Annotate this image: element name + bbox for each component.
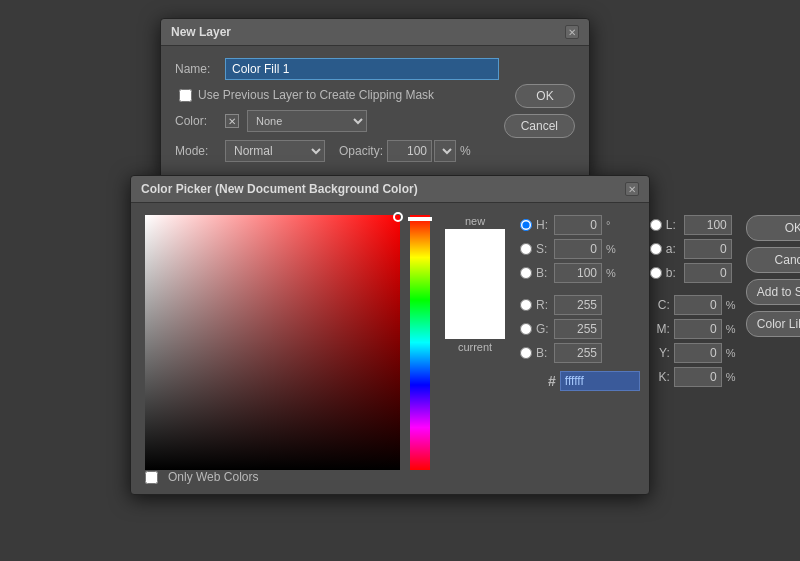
hue-label: H: [536,218,550,232]
color-label: Color: [175,114,225,128]
cyan-label: C: [650,298,670,312]
web-colors-row: Only Web Colors [131,470,649,494]
color-picker-dialog: Color Picker (New Document Background Co… [130,175,650,495]
new-layer-close-button[interactable]: ✕ [565,25,579,39]
gradient-dark [145,215,400,470]
clipping-mask-checkbox[interactable] [179,89,192,102]
color-select[interactable]: None [247,110,367,132]
hue-strip[interactable] [410,215,430,470]
yellow-row: Y: % [650,343,736,363]
clipping-mask-row: Use Previous Layer to Create Clipping Ma… [175,88,499,102]
l-row: L: [650,215,736,235]
red-label: R: [536,298,550,312]
opacity-input[interactable] [387,140,432,162]
name-row: Name: [175,58,499,80]
green-radio[interactable] [520,323,532,335]
brightness-row: B: % [520,263,640,283]
green-input[interactable] [554,319,602,339]
cyan-unit: % [726,299,736,311]
magenta-input[interactable] [674,319,722,339]
red-radio[interactable] [520,299,532,311]
new-layer-titlebar: New Layer ✕ [161,19,589,46]
new-layer-dialog: New Layer ✕ Name: Use Previous Layer to … [160,18,590,179]
magenta-label: M: [650,322,670,336]
b2-input[interactable] [684,263,732,283]
percent-label: % [460,144,471,158]
red-input[interactable] [554,295,602,315]
color-picker-buttons: OK Cancel Add to Swatches Color Librarie… [746,215,800,470]
opacity-label: Opacity: [339,144,383,158]
saturation-label: S: [536,242,550,256]
yellow-input[interactable] [674,343,722,363]
hex-input[interactable] [560,371,640,391]
red-row: R: [520,295,640,315]
a-label: a: [666,242,680,256]
b2-radio[interactable] [650,267,662,279]
l-label: L: [666,218,680,232]
l-radio[interactable] [650,219,662,231]
cyan-row: C: % [650,295,736,315]
name-label: Name: [175,62,225,76]
blue-radio[interactable] [520,347,532,359]
color-picker-ok-button[interactable]: OK [746,215,800,241]
brightness-radio[interactable] [520,267,532,279]
color-picker-title: Color Picker (New Document Background Co… [141,182,418,196]
color-fields: H: ° S: % B: % R: [520,215,640,470]
black-input[interactable] [674,367,722,387]
web-colors-label: Only Web Colors [168,470,258,484]
new-color-swatch [445,229,505,284]
new-layer-ok-button[interactable]: OK [515,84,575,108]
new-layer-body: Name: Use Previous Layer to Create Clipp… [161,46,589,178]
a-radio[interactable] [650,243,662,255]
clipping-mask-label: Use Previous Layer to Create Clipping Ma… [198,88,434,102]
magenta-unit: % [726,323,736,335]
a-row: a: [650,239,736,259]
web-colors-checkbox[interactable] [145,471,158,484]
b2-row: b: [650,263,736,283]
green-row: G: [520,319,640,339]
yellow-label: Y: [650,346,670,360]
color-gradient-picker[interactable] [145,215,400,470]
hue-unit: ° [606,219,616,231]
a-input[interactable] [684,239,732,259]
cyan-input[interactable] [674,295,722,315]
new-layer-cancel-button[interactable]: Cancel [504,114,575,138]
blue-row: B: [520,343,640,363]
right-fields: L: a: b: C: % [650,215,736,470]
saturation-input[interactable] [554,239,602,259]
opacity-dropdown[interactable] [434,140,456,162]
l-input[interactable] [684,215,732,235]
color-picker-titlebar: Color Picker (New Document Background Co… [131,176,649,203]
color-picker-cancel-button[interactable]: Cancel [746,247,800,273]
hue-row: H: ° [520,215,640,235]
color-libraries-button[interactable]: Color Libraries [746,311,800,337]
black-row: K: % [650,367,736,387]
hue-indicator [408,217,432,221]
add-to-swatches-button[interactable]: Add to Swatches [746,279,800,305]
new-layer-title: New Layer [171,25,231,39]
mode-select[interactable]: Normal [225,140,325,162]
brightness-input[interactable] [554,263,602,283]
green-label: G: [536,322,550,336]
color-picker-close-button[interactable]: ✕ [625,182,639,196]
brightness-label: B: [536,266,550,280]
color-x-icon: ✕ [225,114,239,128]
new-label: new [465,215,485,227]
black-label: K: [650,370,670,384]
blue-input[interactable] [554,343,602,363]
black-unit: % [726,371,736,383]
hue-input[interactable] [554,215,602,235]
name-input[interactable] [225,58,499,80]
saturation-row: S: % [520,239,640,259]
hex-label: # [548,373,556,389]
hex-row: # [520,371,640,391]
saturation-radio[interactable] [520,243,532,255]
yellow-unit: % [726,347,736,359]
b2-label: b: [666,266,680,280]
hue-radio[interactable] [520,219,532,231]
mode-label: Mode: [175,144,225,158]
saturation-unit: % [606,243,616,255]
mode-row: Mode: Normal Opacity: % [175,140,499,162]
color-row: Color: ✕ None [175,110,499,132]
gradient-selector [393,212,403,222]
